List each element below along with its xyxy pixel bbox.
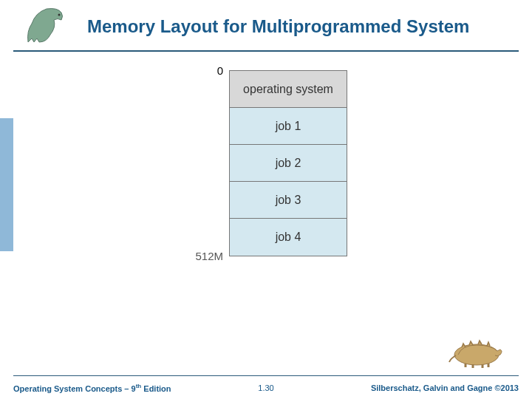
memory-segment-os: operating system (230, 71, 347, 108)
memory-segment-job: job 1 (230, 108, 347, 145)
footer-book: Operating System Concepts – 9th Edition (13, 383, 171, 393)
memory-segment-job: job 4 (230, 219, 347, 256)
svg-point-0 (58, 14, 61, 16)
side-tab (0, 118, 13, 251)
address-labels: 0 512M (192, 70, 229, 256)
slide-header: Memory Layout for Multiprogrammed System (13, 0, 519, 52)
memory-stack: operating system job 1 job 2 job 3 job 4 (229, 70, 347, 256)
slide-title: Memory Layout for Multiprogrammed System (87, 16, 469, 37)
memory-diagram: 0 512M operating system job 1 job 2 job … (192, 70, 347, 256)
slide-footer: Operating System Concepts – 9th Edition … (13, 375, 519, 399)
ankylosaur-icon (447, 329, 510, 369)
memory-segment-job: job 2 (230, 145, 347, 182)
address-top: 0 (217, 64, 223, 77)
footer-book-prefix: Operating System Concepts – 9 (13, 383, 136, 392)
memory-segment-job: job 3 (230, 182, 347, 219)
dinosaur-icon (21, 1, 72, 46)
footer-book-suffix: Edition (141, 383, 171, 392)
footer-copyright: Silberschatz, Galvin and Gagne ©2013 (371, 383, 519, 392)
footer-page: 1.30 (258, 383, 273, 392)
address-bottom: 512M (195, 250, 223, 262)
